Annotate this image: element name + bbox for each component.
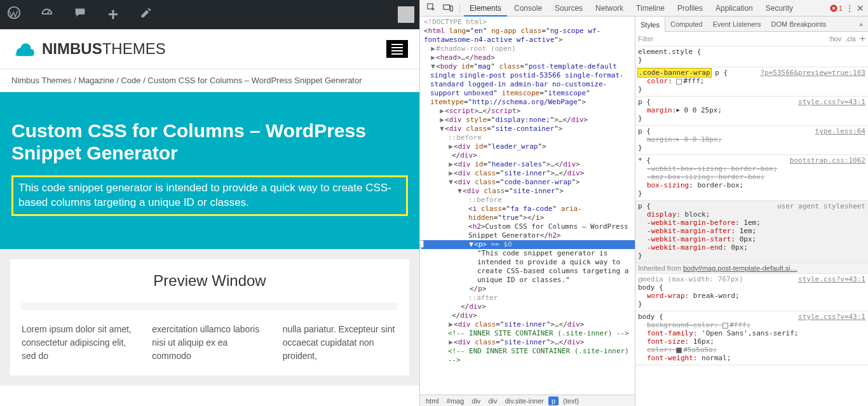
wordpress-icon[interactable] — [5, 6, 23, 24]
tab-application[interactable]: Application — [710, 0, 759, 17]
styles-tab-dom-breakpoints[interactable]: DOM Breakpoints — [766, 17, 832, 32]
dom-site-inner-2[interactable]: ▶<div class="site-inner">…</div> — [421, 320, 635, 329]
dom-leader-wrap[interactable]: ▶<div id="leader_wrap"> — [421, 142, 635, 151]
dom-header-sales[interactable]: ▶<div id="header-sales">…</div> — [421, 160, 635, 169]
dom-p-close[interactable]: </p> — [421, 285, 635, 294]
hov-toggle[interactable]: :hov — [828, 35, 841, 43]
rule-source-link[interactable]: ?p=53566&preview=true:103 — [760, 69, 865, 77]
dashboard-icon[interactable] — [38, 6, 56, 24]
styles-tabs-more-icon[interactable]: » — [854, 17, 868, 32]
dom-div-close-2[interactable]: </div> — [421, 311, 635, 320]
styles-filter-row: Filter :hov .cls + — [635, 32, 868, 46]
styles-tab-event-listeners[interactable]: Event Listeners — [708, 17, 766, 32]
dom-i-code[interactable]: <i class="fa fa-code" aria-hidden="true"… — [421, 205, 635, 222]
menu-button[interactable] — [386, 40, 408, 58]
cloud-icon — [11, 39, 37, 58]
dom-comment-2[interactable]: <!-- END INNER SITE CONTAINER (.site-inn… — [421, 347, 635, 365]
cls-toggle[interactable]: .cls — [845, 35, 856, 43]
tab-sources[interactable]: Sources — [549, 0, 588, 17]
breadcrumb[interactable]: Nimbus Themes / Magazine / Code / Custom… — [0, 69, 419, 92]
comments-icon[interactable] — [71, 6, 89, 24]
body-rule[interactable]: style.css?v=43:1 body { background-color… — [635, 311, 868, 365]
devtools-toolbar: Elements Console Sources Network Timelin… — [420, 0, 868, 17]
dom-leader-wrap-close[interactable]: </div> — [421, 151, 635, 160]
dom-before-2[interactable]: ::before — [421, 196, 635, 205]
dom-before[interactable]: ::before — [421, 133, 635, 142]
crumb-html[interactable]: html — [423, 396, 442, 405]
crumb-site-inner[interactable]: div.site-inner — [501, 396, 547, 405]
devtools-close-icon[interactable]: ✕ — [857, 3, 864, 13]
dom-script[interactable]: ▶<script>…</script> — [421, 107, 635, 116]
dom-site-inner-1[interactable]: ▶<div class="site-inner">…</div> — [421, 169, 635, 178]
styles-tab-computed[interactable]: Computed — [665, 17, 708, 32]
dom-head[interactable]: ▶<head>…</head> — [421, 53, 635, 62]
dom-breadcrumb[interactable]: html #mag div div div.site-inner p (text… — [420, 395, 635, 406]
svg-rect-2 — [444, 4, 450, 9]
tab-console[interactable]: Console — [508, 0, 548, 17]
p-margin-rule-2[interactable]: type.less:64 p { margin:▶ 0 0 10px; } — [635, 126, 868, 155]
dom-site-inner-open[interactable]: ▼<div class="site-inner"> — [421, 187, 635, 196]
preview-columns: Lorem ipsum dolor sit amet, consectetur … — [22, 323, 398, 363]
tab-security[interactable]: Security — [760, 0, 799, 17]
preview-divider — [22, 302, 398, 310]
styles-rules[interactable]: element.style { } ?p=53566&preview=true:… — [635, 46, 868, 406]
dom-site-container[interactable]: ▼<div class="site-container"> — [421, 125, 635, 133]
wordpress-admin-bar: + — [0, 0, 419, 29]
dom-div-hidden[interactable]: ▶<div style="display:none;">…</div> — [421, 116, 635, 125]
crumb-mag[interactable]: #mag — [444, 396, 468, 405]
preview-section: Preview Window Lorem ipsum dolor sit ame… — [0, 249, 419, 386]
logo-text: NIMBUSTHEMES — [42, 40, 166, 58]
inspect-element-icon[interactable] — [424, 2, 439, 15]
dom-doctype[interactable]: <!DOCTYPE html> — [421, 18, 635, 27]
dom-comment-1[interactable]: <!-- INNER SITE CONTAINER (.site-inner) … — [421, 329, 635, 338]
dom-shadow-root[interactable]: ▶#shadow-root (open) — [421, 44, 635, 53]
dom-div-close-1[interactable]: </div> — [421, 302, 635, 311]
device-toggle-icon[interactable] — [440, 2, 456, 15]
code-banner: Custom CSS for Columns – WordPress Snipp… — [0, 92, 419, 249]
inherited-from[interactable]: Inherited from body#mag.post-template-de… — [635, 263, 868, 274]
element-style-block[interactable]: element.style { } — [635, 46, 868, 67]
edit-icon[interactable] — [137, 6, 155, 23]
user-avatar[interactable] — [398, 6, 414, 23]
dom-tree[interactable]: <!DOCTYPE html> <html lang="en" ng-app c… — [420, 17, 635, 395]
crumb-div-2[interactable]: div — [485, 396, 500, 405]
crumb-div-1[interactable]: div — [468, 396, 484, 405]
tab-elements[interactable]: Elements — [464, 0, 507, 17]
tab-network[interactable]: Network — [590, 0, 629, 17]
error-count[interactable]: 1 — [830, 4, 843, 12]
rule-source-link[interactable]: type.less:64 — [815, 127, 865, 135]
dom-h2[interactable]: <h2>Custom CSS for Columns – WordPress S… — [421, 222, 635, 240]
crumb-p[interactable]: p — [548, 396, 559, 405]
code-banner-rule[interactable]: ?p=53566&preview=true:103 .code-banner-w… — [635, 67, 868, 97]
site-logo[interactable]: NIMBUSTHEMES — [11, 39, 166, 58]
dom-code-banner-wrap[interactable]: ▼<div class="code-banner-wrap"> — [421, 178, 635, 187]
dom-p-text[interactable]: "This code snippet generator is intended… — [421, 249, 635, 285]
styles-tabs: Styles Computed Event Listeners DOM Brea… — [635, 17, 868, 32]
styles-filter-input[interactable]: Filter — [638, 35, 653, 43]
devtools-menu-icon[interactable]: ⋮ — [845, 3, 854, 13]
rule-source-link[interactable]: style.css?v=43:1 — [798, 313, 865, 321]
dom-html[interactable]: <html lang="en" ng-app class="ng-scope w… — [421, 27, 635, 44]
page-title: Custom CSS for Columns – WordPress Snipp… — [11, 120, 408, 164]
tab-profiles[interactable]: Profiles — [672, 0, 709, 17]
add-new-icon[interactable]: + — [104, 8, 122, 21]
preview-title: Preview Window — [22, 272, 398, 290]
dom-site-inner-3[interactable]: ▶<div class="site-inner">…</div> — [421, 338, 635, 347]
rule-source-link[interactable]: bootstrap.css:1062 — [790, 156, 865, 165]
dom-after[interactable]: ::after — [421, 294, 635, 302]
crumb-text[interactable]: (text) — [560, 396, 582, 405]
tab-timeline[interactable]: Timeline — [630, 0, 670, 17]
new-style-rule-icon[interactable]: + — [860, 33, 865, 44]
rule-source-link[interactable]: style.css?v=43:1 — [798, 98, 865, 106]
star-rule[interactable]: bootstrap.css:1062 * { -webkit-box-sizin… — [635, 155, 868, 201]
dom-p-selected[interactable]: ▼<p> == $0 — [421, 240, 635, 249]
body-media-rule[interactable]: style.css?v=43:1 @media (max-width: 767p… — [635, 274, 868, 311]
user-agent-rule[interactable]: user agent stylesheet p { display: block… — [635, 201, 868, 263]
styles-tab-styles[interactable]: Styles — [635, 17, 665, 32]
devtools-pane: Elements Console Sources Network Timelin… — [419, 0, 868, 406]
rule-source-link[interactable]: style.css?v=43:1 — [798, 275, 865, 283]
svg-rect-3 — [451, 6, 453, 11]
dom-body[interactable]: ▼<body id="mag" class="post-template-def… — [421, 62, 635, 107]
p-margin-rule[interactable]: style.css?v=43:1 p { margin:▶ 0 0 25px; … — [635, 97, 868, 126]
preview-col-1: Lorem ipsum dolor sit amet, consectetur … — [22, 323, 137, 363]
